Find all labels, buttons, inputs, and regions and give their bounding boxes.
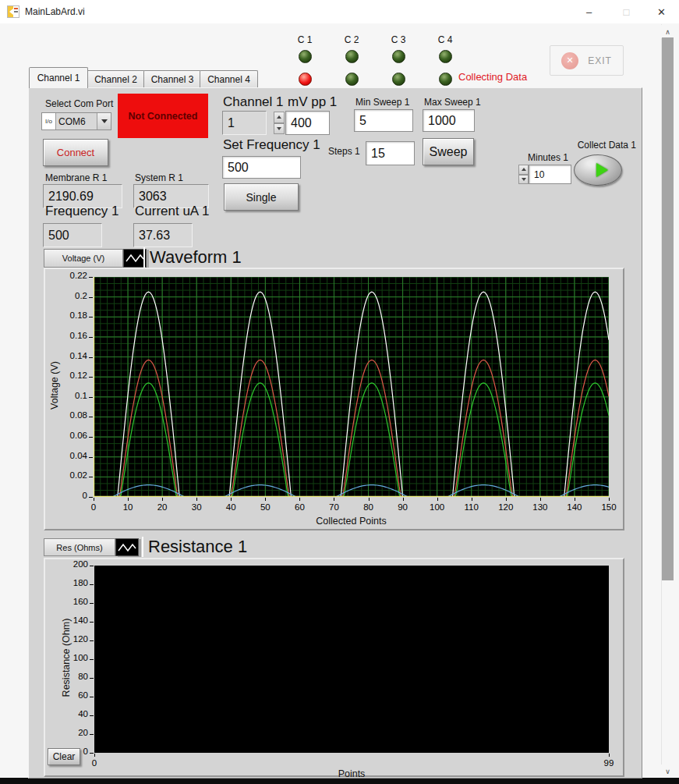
x-tick-label: 140 xyxy=(556,502,593,512)
system-r-label: System R 1 xyxy=(135,172,183,183)
io-icon: I/o xyxy=(42,113,56,129)
scroll-up-icon[interactable]: ∧ xyxy=(661,25,674,38)
frequency-indicator: 500 xyxy=(43,223,102,247)
x-tick-mark xyxy=(575,498,575,501)
frequency-label: Frequency 1 xyxy=(45,204,119,219)
waveform-graph: 010203040506070809010011012013014015000.… xyxy=(44,268,624,530)
tab-channel-2[interactable]: Channel 2 xyxy=(87,70,145,88)
x-tick-mark xyxy=(162,498,163,501)
spinner-down-icon[interactable] xyxy=(274,123,285,135)
max-sweep-input[interactable]: 1000 xyxy=(423,109,475,132)
collect-data-toggle[interactable] xyxy=(574,154,622,186)
exit-button[interactable]: ✕ EXIT xyxy=(550,45,624,76)
c2-status-led xyxy=(345,50,359,63)
y-tick-label: 0 xyxy=(54,747,88,756)
mvpp-input[interactable]: 400 xyxy=(285,111,330,135)
resistance-title: Resistance 1 xyxy=(142,537,247,557)
channel-1-page: Select Com Port I/o COM6 Not Connected C… xyxy=(28,87,642,779)
x-tick-label: 10 xyxy=(109,502,147,512)
x-tick-mark xyxy=(265,498,266,501)
spinner-down-icon[interactable] xyxy=(518,175,529,185)
y-tick-mark xyxy=(89,337,93,338)
c4-collect-led xyxy=(439,73,452,86)
scrollbar-thumb[interactable] xyxy=(662,37,674,580)
minutes-label: Minutes 1 xyxy=(528,152,568,163)
steps-input[interactable]: 15 xyxy=(366,141,415,165)
c4-status-led xyxy=(439,50,452,63)
led-label-c4: C 4 xyxy=(438,34,453,47)
y-tick-mark xyxy=(90,697,94,697)
white-trace xyxy=(94,292,609,497)
x-tick-label: 110 xyxy=(453,502,490,512)
x-tick-mark xyxy=(540,498,541,501)
y-tick-mark xyxy=(89,417,93,417)
x-tick-mark xyxy=(94,754,95,757)
x-tick-label: 100 xyxy=(419,502,456,512)
mvpp-spinner[interactable] xyxy=(274,112,285,134)
minimize-button[interactable]: – xyxy=(571,0,607,23)
plot-area xyxy=(94,566,609,753)
x-axis-label: Collected Points xyxy=(274,516,430,527)
led-label-c1: C 1 xyxy=(298,34,313,47)
x-tick-mark xyxy=(609,754,610,757)
blue-trace xyxy=(94,485,609,497)
plot-area xyxy=(94,277,609,497)
connect-button[interactable]: Connect xyxy=(43,139,108,166)
y-tick-mark xyxy=(89,297,93,298)
min-sweep-label: Min Sweep 1 xyxy=(355,97,409,108)
membrane-r-label: Membrane R 1 xyxy=(45,172,107,183)
x-tick-label: 40 xyxy=(212,502,249,512)
resistance-legend-button[interactable]: Res (Ohms) xyxy=(44,538,115,556)
collecting-data-label: Collecting Data xyxy=(458,71,527,83)
y-tick-mark xyxy=(90,753,94,754)
x-tick-mark xyxy=(472,498,472,501)
maximize-button[interactable]: □ xyxy=(609,0,644,23)
com-port-value: COM6 xyxy=(56,113,97,129)
c1-collect-led xyxy=(299,73,312,86)
x-tick-label: 20 xyxy=(143,502,181,512)
close-button[interactable]: ✕ xyxy=(644,0,679,23)
x-tick-label: 130 xyxy=(522,502,559,512)
minutes-spinner[interactable] xyxy=(518,165,529,184)
tab-channel-4[interactable]: Channel 4 xyxy=(200,70,258,88)
spinner-up-icon[interactable] xyxy=(518,165,529,175)
y-tick-label: 0 xyxy=(53,491,87,500)
resistance-legend-icon[interactable] xyxy=(115,538,139,556)
y-tick-mark xyxy=(89,477,93,477)
tab-channel-1[interactable]: Channel 1 xyxy=(29,67,88,88)
sweep-button[interactable]: Sweep xyxy=(423,138,474,165)
exit-label: EXIT xyxy=(588,55,612,66)
scroll-down-icon[interactable]: ∨ xyxy=(661,764,674,778)
led-column-c1: C 1 xyxy=(292,34,318,86)
spinner-up-icon[interactable] xyxy=(274,112,285,123)
mvpp-label: mV pp 1 xyxy=(288,94,337,110)
x-tick-mark xyxy=(437,498,438,501)
x-tick-label: 90 xyxy=(384,502,422,512)
c3-collect-led xyxy=(392,73,405,86)
resistance-graph: Clear 099020406080100120140160180200Poin… xyxy=(44,558,624,777)
set-frequency-input[interactable]: 500 xyxy=(222,156,301,179)
x-tick-label: 120 xyxy=(487,502,525,512)
x-tick-label: 99 xyxy=(590,758,628,768)
red-trace xyxy=(94,360,609,497)
y-tick-label: 0.2 xyxy=(53,291,87,300)
play-icon xyxy=(596,163,608,177)
led-label-c3: C 3 xyxy=(391,34,406,47)
current-ua-label: Current uA 1 xyxy=(135,204,209,219)
min-sweep-input[interactable]: 5 xyxy=(354,109,413,132)
waveform-legend-button[interactable]: Voltage (V) xyxy=(44,249,123,268)
com-port-combo[interactable]: I/o COM6 xyxy=(41,112,111,130)
x-axis-label: Points xyxy=(274,768,430,779)
led-column-c4: C 4 xyxy=(432,34,458,86)
c1-status-led xyxy=(299,50,312,63)
y-tick-mark xyxy=(90,659,94,660)
single-button[interactable]: Single xyxy=(224,183,299,211)
tab-channel-3[interactable]: Channel 3 xyxy=(143,70,201,88)
minutes-input[interactable]: 10 xyxy=(529,165,571,184)
front-panel: C 1 C 2 C 3 C 4 Collecting Data ✕ EXIT C… xyxy=(0,23,679,784)
combo-dropdown-button[interactable] xyxy=(97,113,111,129)
max-sweep-label: Max Sweep 1 xyxy=(424,97,481,108)
collect-data-label: Collect Data 1 xyxy=(546,140,636,151)
y-tick-label: 200 xyxy=(54,559,88,569)
exit-x-icon: ✕ xyxy=(561,52,578,69)
